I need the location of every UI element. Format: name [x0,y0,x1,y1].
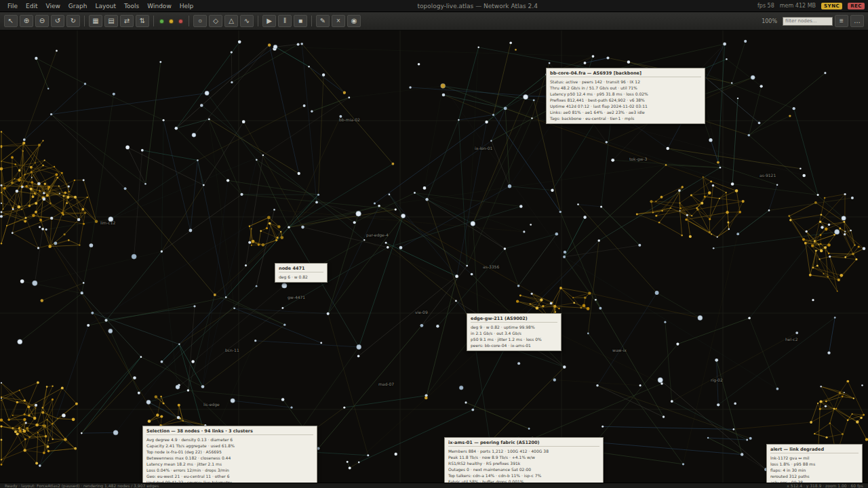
tooltip-line: Thru 48.2 Gb/s in / 51.7 Gb/s out · util… [550,85,701,91]
status-alert-indicator [178,19,183,24]
tooltip-line: Members 884 · ports 1,212 · 100G 412 · 4… [448,448,599,454]
tooltip-line: rerouted 312 paths [770,473,859,479]
menu-status-area: fps 58mem 412 MBSYNCREC [757,3,865,9]
node-label: lis-edge [203,402,220,407]
menu-item-layout[interactable]: Layout [91,2,120,10]
menu-item-graph[interactable]: Graph [64,2,92,10]
redo-button[interactable]: ↻ [66,15,80,27]
highlight-node-button[interactable]: ◉ [347,15,361,27]
edit-mode-button[interactable]: ✎ [316,15,330,27]
tooltip-line: Outages 0 · next maintenance Sat 02:00 [448,466,599,472]
tooltip-line: Loss 0.04% · errors 12/min · drops 3/min [146,467,313,473]
toolbar-separator [311,16,312,26]
info-tooltip: alert — link degradedlnk-1172 gva ↔ mill… [766,444,863,483]
node-label: bcn-11 [225,348,239,352]
node-label: tok-gw-3 [629,157,647,161]
status-text: Ready · layout: ForceAtlas2 (paused) · r… [5,483,159,488]
tooltip-line: lnk-1172 gva ↔ mil [770,455,859,461]
menu-items: FileEditViewGraphLayoutToolsWindowHelp [3,2,197,10]
tooltip-title: Selection — 38 nodes · 94 links · 3 clus… [146,428,313,435]
menu-item-tools[interactable]: Tools [120,2,143,10]
swap-layout-button[interactable]: ⇄ [120,15,134,27]
tooltip-line: Status: active · peers 142 · transit 96 … [550,79,701,85]
edge-curves-toggle[interactable]: ∿ [240,15,254,27]
tooltip-line: Links: ae0 81% · ae1 64% · ae2 23% · ae3… [550,109,701,115]
sort-nodes-button[interactable]: ⇅ [136,15,149,27]
menu-bar: FileEditViewGraphLayoutToolsWindowHelp t… [0,0,868,12]
tooltip-line: Avg degree 4.9 · density 0.13 · diameter… [146,436,313,443]
info-tooltip: bb-core-04.fra — AS6939 [backbone]Status… [546,68,705,124]
badge-rec: REC [848,3,865,9]
toolbar: ↖⊕⊖↺↻▦▤⇄⇅○◇△∿▶‖■✎×◉100%≡… [0,12,868,30]
tooltip-title: node 4471 [279,266,323,272]
tooltip-line: p50 9.1 ms · jitter 1.2 ms · loss 0% [471,336,557,342]
tooltip-line: Updated 09:41:22 · source: live telemetr… [146,479,313,483]
badge-sync: SYNC [821,3,842,9]
menu-stat: fps 58 [757,3,774,9]
tooltip-line: deg 6 · w 0.82 [279,274,323,280]
tooltip-line: Top node ix-fra-01 (deg 22) · AS6695 [146,449,313,455]
tooltip-line: loss 1.8% · p95 88 ms [770,461,859,467]
node-label: as-9121 [760,173,776,178]
status-ok-indicator [159,19,164,24]
toolbar-separator [189,16,189,26]
graph-canvas[interactable]: bb-mia-02ix-lon-01tok-gw-3as-9121par-edg… [0,30,868,483]
undo-button[interactable]: ↺ [51,15,64,27]
node-label: vie-09 [415,310,428,314]
tooltip-line: RS1/RS2 healthy · RS prefixes 391k [448,460,599,466]
tooltip-line: ack: noc · 09:38 [770,479,859,483]
menu-stat: mem 412 MB [780,3,816,9]
node-label: as-3356 [483,264,499,269]
tooltip-line: Capacity 2.41 Tb/s aggregate · used 61.8… [146,443,313,449]
info-tooltip: edge-gw-211 (AS9002)deg 9 · w 0.82 · upt… [467,313,561,351]
tooltip-title: alert — link degraded [770,447,859,453]
tooltip-line: Peak 11.8 Tb/s · now 8.9 Tb/s · +4.1% w/… [448,454,599,460]
toolbar-separator [153,16,154,26]
tooltip-line: Geo: eu-west 21 · eu-central 11 · other … [146,473,313,479]
layers-panel-toggle[interactable]: ▤ [104,15,118,27]
node-shape-circle[interactable]: ○ [193,15,207,27]
select-tool[interactable]: ↖ [4,15,18,27]
node-label: ix-lon-01 [475,146,492,150]
node-label: waw-ix [612,348,627,352]
tooltip-title: ix-ams-01 — peering fabric (AS1200) [448,440,599,447]
panel-toggle-button[interactable]: ≡ [835,15,848,27]
tooltip-line: Prefixes 812,441 · best-path 624,902 · v… [550,97,701,103]
app-window: FileEditViewGraphLayoutToolsWindowHelp t… [0,0,868,488]
node-label: mad-07 [378,382,394,386]
node-label: gw-4471 [288,295,305,300]
toolbar-search-input[interactable] [783,17,833,26]
tooltip-line: Tags: backbone · eu-central · tier-1 · m… [550,115,701,121]
info-tooltip: node 4471deg 6 · w 0.82 [275,263,328,283]
menu-item-file[interactable]: File [3,2,22,10]
menu-item-edit[interactable]: Edit [22,2,41,10]
network-graph[interactable] [0,30,868,483]
menu-item-view[interactable]: View [42,2,64,10]
menu-item-window[interactable]: Window [143,2,176,10]
tooltip-line: Uptime 412d 07:12 · last flap 2024-11-02… [550,103,701,109]
tooltip-line: Latency mean 18.2 ms · jitter 2.1 ms [146,461,313,467]
tooltip-line: peers: bb-core-04 · ix-ams-01 [471,342,557,348]
node-shape-triangle[interactable]: △ [224,15,238,27]
node-label: par-edge-4 [366,232,389,237]
menu-item-help[interactable]: Help [176,2,198,10]
play-layout-button[interactable]: ▶ [262,15,276,27]
zoom-level: 100% [762,18,777,24]
status-coords: x 512.4 · y 318.9 · zoom 1.00 · 60 fps [787,483,863,488]
pause-layout-button[interactable]: ‖ [278,15,292,27]
window-title: topology-live.atlas — Network Atlas 2.4 [197,3,757,9]
node-label: bb-mia-02 [339,117,360,122]
delete-selection-button[interactable]: × [332,15,345,27]
zoom-out-tool[interactable]: ⊖ [35,15,49,27]
node-shape-diamond[interactable]: ◇ [209,15,222,27]
node-label: hel-c2 [785,337,797,342]
tooltip-line: in 2.1 Gb/s · out 3.4 Gb/s [471,330,557,336]
more-options-button[interactable]: … [850,15,864,27]
node-label: rig-02 [711,378,723,382]
zoom-in-tool[interactable]: ⊕ [20,15,33,27]
stop-layout-button[interactable]: ■ [294,15,307,27]
grid-toggle[interactable]: ▦ [89,15,102,27]
info-tooltip: ix-ams-01 — peering fabric (AS1200)Membe… [444,437,604,483]
info-tooltip: Selection — 38 nodes · 94 links · 3 clus… [142,426,317,483]
status-warn-indicator [169,19,174,24]
